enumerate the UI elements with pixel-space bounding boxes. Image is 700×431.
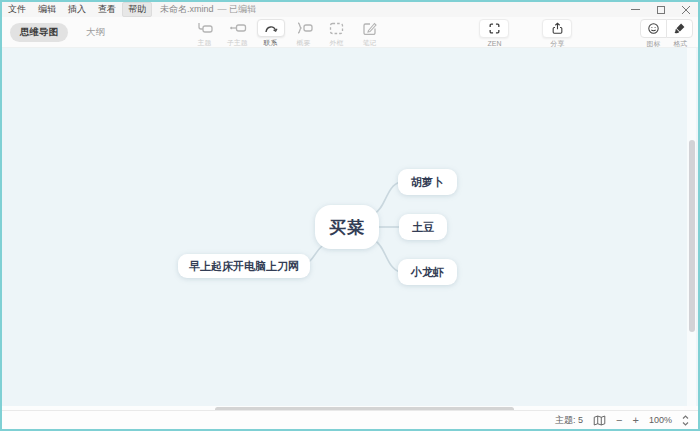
topic-node[interactable]: 早上起床开电脑上刀网 [178, 254, 310, 278]
zen-mode-button[interactable]: ZEN [479, 19, 509, 48]
menu-insert[interactable]: 插入 [62, 2, 92, 17]
topic-label: 主题 [198, 38, 212, 47]
zoom-stepper-icon[interactable] [682, 415, 689, 426]
tab-mindmap[interactable]: 思维导图 [10, 23, 68, 42]
relationship-button[interactable]: 联系 [254, 19, 287, 48]
topic-node[interactable]: 胡萝卜 [398, 169, 457, 195]
zen-label: ZEN [487, 39, 501, 47]
summary-label: 概要 [297, 38, 311, 47]
toolbar: 思维导图 大纲 主题 子主题 [2, 17, 698, 48]
subtopic-button[interactable]: 子主题 [221, 19, 254, 48]
topics-count: 主题: 5 [555, 414, 583, 427]
status-bar: 主题: 5 − + 100% [2, 410, 698, 429]
right-panel-buttons: 图标 格式 [640, 19, 693, 49]
subtopic-label: 子主题 [227, 38, 248, 47]
xmind-window: 文件 编辑 插入 查看 帮助 未命名.xmind — 已编辑 思维导图 大纲 [0, 0, 700, 431]
vertical-scrollbar-thumb[interactable] [689, 140, 695, 332]
menu-edit[interactable]: 编辑 [32, 2, 62, 17]
window-controls [631, 5, 698, 14]
note-label: 笔记 [363, 38, 377, 47]
zen-icon [479, 19, 509, 38]
summary-icon [290, 19, 318, 37]
maximize-icon[interactable] [657, 6, 665, 14]
topic-node[interactable]: 小龙虾 [398, 259, 457, 285]
tab-outline[interactable]: 大纲 [76, 23, 115, 42]
markers-button[interactable]: 图标 [640, 19, 667, 49]
boundary-icon [323, 19, 351, 37]
topic-icon [191, 19, 219, 37]
mindmap-canvas[interactable]: 买菜 胡萝卜 土豆 小龙虾 早上起床开电脑上刀网 [2, 48, 698, 406]
summary-button[interactable]: 概要 [287, 19, 320, 48]
topic-button[interactable]: 主题 [188, 19, 221, 48]
minimize-icon[interactable] [631, 5, 640, 14]
note-icon [356, 19, 384, 37]
share-button[interactable]: 分享 [542, 19, 572, 49]
zoom-level: 100% [649, 415, 672, 425]
zoom-in-button[interactable]: + [633, 415, 639, 426]
menu-file[interactable]: 文件 [2, 2, 32, 17]
document-title: 未命名.xmind [160, 3, 214, 16]
note-button[interactable]: 笔记 [353, 19, 386, 48]
menu-help[interactable]: 帮助 [122, 2, 152, 17]
tool-group: 主题 子主题 联系 [188, 19, 386, 48]
share-icon [542, 19, 572, 38]
menu-view[interactable]: 查看 [92, 2, 122, 17]
view-tabs: 思维导图 大纲 [10, 23, 115, 42]
zoom-out-button[interactable]: − [616, 415, 622, 426]
relationship-icon [257, 19, 285, 37]
topic-node[interactable]: 土豆 [399, 214, 447, 240]
menu-bar: 文件 编辑 插入 查看 帮助 未命名.xmind — 已编辑 [2, 2, 698, 17]
marker-smiley-icon [640, 19, 667, 38]
subtopic-icon [224, 19, 252, 37]
relationship-label: 联系 [264, 38, 278, 47]
boundary-label: 外框 [330, 38, 344, 47]
close-icon[interactable] [682, 6, 690, 14]
boundary-button[interactable]: 外框 [320, 19, 353, 48]
edit-status: — 已编辑 [218, 3, 257, 16]
minimap-icon[interactable] [593, 415, 606, 426]
central-topic-node[interactable]: 买菜 [315, 205, 379, 249]
format-brush-icon [666, 19, 693, 38]
format-button[interactable]: 格式 [667, 19, 693, 49]
